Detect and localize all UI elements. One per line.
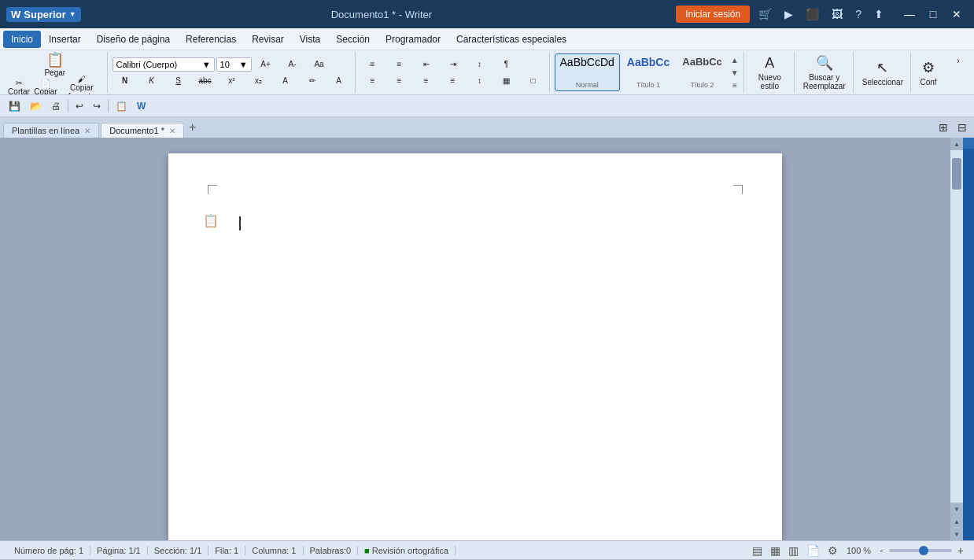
bold-button[interactable]: N [113, 74, 138, 88]
align-right-button[interactable]: ≡ [414, 74, 439, 88]
menu-item-inicio[interactable]: Inicio [3, 31, 41, 48]
border-button[interactable]: □ [521, 74, 546, 88]
menu-item-insertar[interactable]: Insertar [41, 31, 89, 48]
view-book-btn[interactable]: 📄 [804, 544, 822, 557]
menu-item-programador[interactable]: Programador [378, 31, 448, 48]
screenshot-icon-btn[interactable]: 🖼 [828, 6, 847, 22]
paste-button[interactable]: 📋 Pegar [40, 50, 69, 79]
scroll-thumb[interactable] [952, 158, 961, 190]
view-normal-btn[interactable]: ▤ [750, 544, 765, 557]
style-scroll-down[interactable]: ▼ [729, 67, 740, 79]
view-option-btn[interactable]: ⚙ [825, 544, 840, 557]
app-logo[interactable]: W Superior ▼ [6, 7, 81, 22]
indent-button[interactable]: ⇥ [441, 57, 466, 72]
open-quick-btn[interactable]: 📂 [26, 98, 46, 114]
vertical-scrollbar[interactable]: ▲ ▼ ▲ ▼ [950, 138, 963, 540]
style-scroll-up[interactable]: ▲ [729, 54, 740, 66]
menu-item-seccion[interactable]: Sección [328, 31, 378, 48]
help-icon-btn[interactable]: ? [851, 6, 865, 22]
tab-bar: Plantillas en línea ✕ Documento1 * ✕ + ⊞… [0, 117, 974, 138]
document-page[interactable]: 📋 [168, 153, 782, 540]
writer-quick-btn[interactable]: W [133, 98, 149, 114]
conf-button[interactable]: ⚙ Conf [916, 53, 941, 91]
corner-mark-tl [208, 185, 217, 194]
style-scroll-more[interactable]: ≡ [729, 79, 740, 91]
save-quick-btn[interactable]: 💾 [5, 98, 24, 114]
outdent-button[interactable]: ⇤ [414, 57, 439, 72]
show-marks-button[interactable]: ¶ [494, 57, 519, 72]
cart-icon-btn[interactable]: 🛒 [754, 6, 776, 22]
subscript-button[interactable]: x₂ [246, 74, 271, 88]
zoom-slider[interactable] [889, 549, 952, 552]
scroll-track[interactable] [950, 150, 963, 503]
tab-documento1-close[interactable]: ✕ [169, 127, 175, 135]
font-name-selector[interactable]: Calibri (Cuerpo) ▼ [113, 57, 215, 72]
shrink-font-button[interactable]: A- [280, 57, 305, 72]
menu-item-revisar[interactable]: Revisar [244, 31, 292, 48]
tab-list-icon[interactable]: ⊞ [935, 119, 952, 136]
record-icon-btn[interactable]: ⬛ [802, 6, 823, 22]
superscript-button[interactable]: x² [220, 74, 245, 88]
menu-item-vista[interactable]: Vista [292, 31, 328, 48]
style-title2[interactable]: AaBbCc Título 2 [677, 53, 728, 91]
copy-button[interactable]: 📄 Copiar [33, 80, 58, 94]
sort-button[interactable]: ↕ [467, 57, 493, 72]
clear-format-button[interactable]: Aa [307, 57, 332, 72]
find-replace-button[interactable]: 🔍 Buscar y Reemplazar [799, 53, 850, 91]
zoom-in-btn[interactable]: + [955, 544, 966, 557]
undo-quick-btn[interactable]: ↩ [72, 98, 87, 114]
format-copy-button[interactable]: 🖌 Copiar formato [60, 80, 104, 94]
underline-button[interactable]: S [166, 74, 191, 88]
status-words: Palabras:0 [304, 546, 359, 555]
menu-item-caracteristicas[interactable]: Características especiales [448, 31, 574, 48]
minimize-button[interactable]: — [898, 3, 921, 25]
font-color-button[interactable]: A [273, 74, 298, 88]
scroll-down-button[interactable]: ▼ [950, 503, 963, 515]
char-bg-button[interactable]: A [327, 74, 352, 88]
tab-plantillas-close[interactable]: ✕ [84, 127, 90, 135]
align-justify-button[interactable]: ≡ [441, 74, 466, 88]
expand-icon-btn[interactable]: ⬆ [870, 6, 887, 22]
shading-button[interactable]: ▦ [494, 74, 519, 88]
strikethrough-button[interactable]: abc [193, 74, 218, 88]
ribbon-collapse-button[interactable]: › [946, 53, 971, 68]
scroll-up-button[interactable]: ▲ [950, 138, 963, 150]
redo-quick-btn[interactable]: ↪ [89, 98, 105, 114]
grow-font-button[interactable]: A+ [253, 57, 279, 72]
view-outline-btn[interactable]: ▥ [786, 544, 801, 557]
new-tab-button[interactable]: + [186, 119, 199, 136]
new-style-button[interactable]: A Nuevo estilo [749, 53, 791, 91]
style-title1[interactable]: AaBbCc Título 1 [622, 53, 675, 91]
menu-item-diseno[interactable]: Diseño de página [89, 31, 178, 48]
select-button[interactable]: ↖ Seleccionar [858, 53, 907, 91]
signin-button[interactable]: Iniciar sesión [676, 6, 750, 23]
template-quick-btn[interactable]: 📋 [112, 98, 131, 114]
zoom-out-btn[interactable]: - [877, 544, 886, 557]
line-spacing-button[interactable]: ↕ [467, 74, 493, 88]
close-button[interactable]: ✕ [946, 3, 968, 25]
tab-documento1[interactable]: Documento1 * ✕ [101, 123, 184, 138]
cut-button[interactable]: ✂ Cortar [6, 80, 31, 94]
tab-plantillas[interactable]: Plantillas en línea ✕ [3, 123, 99, 138]
app-logo-icon: W [11, 9, 20, 20]
scroll-next-page[interactable]: ▼ [950, 528, 963, 540]
style-normal[interactable]: AaBbCcDd Normal [555, 53, 620, 91]
align-left-button[interactable]: ≡ [360, 74, 386, 88]
numbering-button[interactable]: ≡ [387, 57, 412, 72]
font-size-selector[interactable]: 10 ▼ [216, 57, 252, 72]
tab-tile-icon[interactable]: ⊟ [954, 119, 971, 136]
align-center-button[interactable]: ≡ [387, 74, 412, 88]
document-viewport[interactable]: 📋 [0, 138, 950, 540]
view-page-btn[interactable]: ▦ [768, 544, 783, 557]
right-sidebar-top[interactable] [963, 138, 974, 149]
italic-button[interactable]: K [139, 74, 164, 88]
scroll-prev-page[interactable]: ▲ [950, 515, 963, 528]
print-quick-btn[interactable]: 🖨 [47, 98, 65, 114]
quick-toolbar: 💾 📂 🖨 ↩ ↪ 📋 W [0, 95, 974, 117]
highlight-button[interactable]: ✏ [300, 74, 325, 88]
bullets-button[interactable]: ≡ [360, 57, 386, 72]
play-icon-btn[interactable]: ▶ [780, 6, 797, 22]
maximize-button[interactable]: □ [922, 3, 944, 25]
status-page-num: Número de pág: 1 [8, 546, 90, 555]
menu-item-referencias[interactable]: Referencias [178, 31, 244, 48]
